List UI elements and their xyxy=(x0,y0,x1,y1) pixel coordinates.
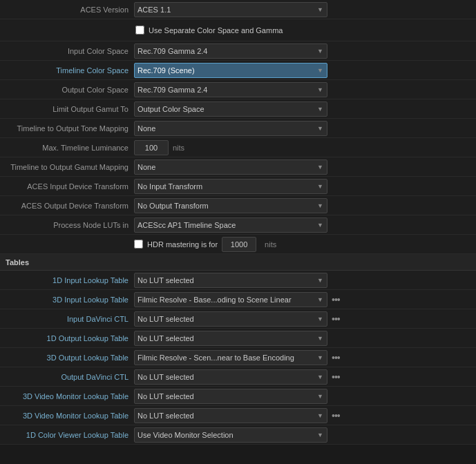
lut-row-7: 3D Video Monitor Lookup TableNo LUT sele… xyxy=(0,406,476,425)
settings-dropdown-3[interactable]: Output Color Space xyxy=(134,102,327,117)
hdr-value-input[interactable] xyxy=(222,237,256,252)
settings-dropdown-1[interactable]: Rec.709 (Scene) xyxy=(134,63,327,78)
settings-dropdown-wrapper-1: Rec.709 (Scene)▼ xyxy=(134,63,327,78)
lut-control-5: No LUT selected▼••• xyxy=(134,369,473,385)
lut-row-5: Output DaVinci CTLNo LUT selected▼••• xyxy=(0,367,476,387)
lut-dropdown-wrapper-6: No LUT selected▼ xyxy=(134,389,327,404)
settings-dropdown-4[interactable]: None xyxy=(134,121,327,136)
settings-dropdown-wrapper-0: Rec.709 Gamma 2.4▼ xyxy=(134,44,327,59)
settings-input-5[interactable] xyxy=(134,140,169,155)
lut-more-options-5[interactable]: ••• xyxy=(332,371,340,383)
settings-dropdown-7[interactable]: No Input Transform xyxy=(134,179,327,194)
lut-control-3: No LUT selected▼ xyxy=(134,331,473,346)
settings-control-7: No Input Transform▼ xyxy=(134,179,473,194)
settings-label-8: ACES Output Device Transform xyxy=(3,202,134,210)
lut-control-7: No LUT selected▼••• xyxy=(134,408,473,423)
hdr-checkbox[interactable] xyxy=(134,240,143,249)
lut-more-options-4[interactable]: ••• xyxy=(332,352,340,363)
settings-label-6: Timeline to Output Gamut Mapping xyxy=(3,163,134,171)
lut-control-0: No LUT selected▼ xyxy=(134,273,473,288)
settings-dropdown-wrapper-6: None▼ xyxy=(134,160,327,175)
lut-row-8: 1D Color Viewer Lookup TableUse Video Mo… xyxy=(0,425,476,445)
lut-control-1: Filmic Resolve - Base...oding to Scene L… xyxy=(134,292,473,307)
lut-control-2: No LUT selected▼••• xyxy=(134,311,473,327)
settings-label-2: Output Color Space xyxy=(3,86,134,94)
separate-color-space-row: Use Separate Color Space and Gamma xyxy=(0,19,476,41)
lut-control-6: No LUT selected▼ xyxy=(134,389,473,404)
settings-unit-5: nits xyxy=(173,144,184,152)
lut-more-options-1[interactable]: ••• xyxy=(332,294,340,305)
lut-control-4: Filmic Resolve - Scen...near to Base Enc… xyxy=(134,350,473,365)
hdr-control: HDR mastering is for nits xyxy=(134,237,473,252)
aces-version-label: ACES Version xyxy=(3,6,134,14)
settings-row-2: Output Color SpaceRec.709 Gamma 2.4▼ xyxy=(0,80,476,99)
settings-dropdown-wrapper-8: No Output Transform▼ xyxy=(134,198,327,213)
lut-more-options-2[interactable]: ••• xyxy=(332,313,340,325)
lut-row-3: 1D Output Lookup TableNo LUT selected▼ xyxy=(0,329,476,348)
lut-dropdown-1[interactable]: Filmic Resolve - Base...oding to Scene L… xyxy=(134,292,327,307)
settings-row-7: ACES Input Device TransformNo Input Tran… xyxy=(0,177,476,196)
lut-section-header: Tables xyxy=(0,254,476,271)
settings-dropdown-6[interactable]: None xyxy=(134,160,327,175)
hdr-unit: nits xyxy=(265,240,276,249)
lut-dropdown-wrapper-1: Filmic Resolve - Base...oding to Scene L… xyxy=(134,292,327,307)
hdr-label: HDR mastering is for xyxy=(147,240,218,249)
lut-dropdown-wrapper-2: No LUT selected▼ xyxy=(134,311,327,327)
settings-label-9: Process Node LUTs in xyxy=(3,221,134,229)
lut-dropdown-0[interactable]: No LUT selected xyxy=(134,273,327,288)
lut-label-5: Output DaVinci CTL xyxy=(3,373,134,381)
lut-label-6: 3D Video Monitor Lookup Table xyxy=(3,392,134,400)
lut-section-label: Tables xyxy=(6,258,29,267)
lut-more-options-7[interactable]: ••• xyxy=(332,410,340,421)
settings-dropdown-8[interactable]: No Output Transform xyxy=(134,198,327,213)
settings-dropdown-wrapper-9: ACEScc AP1 Timeline Space▼ xyxy=(134,218,327,233)
settings-row-5: Max. Timeline Luminancenits xyxy=(0,138,476,157)
lut-dropdown-7[interactable]: No LUT selected xyxy=(134,408,327,423)
lut-label-0: 1D Input Lookup Table xyxy=(3,276,134,284)
settings-row-6: Timeline to Output Gamut MappingNone▼ xyxy=(0,157,476,177)
lut-dropdown-5[interactable]: No LUT selected xyxy=(134,369,327,385)
settings-label-3: Limit Output Gamut To xyxy=(3,105,134,113)
settings-label-7: ACES Input Device Transform xyxy=(3,182,134,191)
lut-row-2: Input DaVinci CTLNo LUT selected▼••• xyxy=(0,309,476,329)
settings-label-0: Input Color Space xyxy=(3,47,134,55)
settings-row-8: ACES Output Device TransformNo Output Tr… xyxy=(0,196,476,215)
settings-dropdown-wrapper-2: Rec.709 Gamma 2.4▼ xyxy=(134,82,327,97)
settings-control-9: ACEScc AP1 Timeline Space▼ xyxy=(134,218,473,233)
lut-dropdown-wrapper-0: No LUT selected▼ xyxy=(134,273,327,288)
lut-label-8: 1D Color Viewer Lookup Table xyxy=(3,431,134,439)
aces-version-dropdown[interactable]: ACES 1.1 xyxy=(134,2,327,17)
aces-version-dropdown-wrapper: ACES 1.1 ▼ xyxy=(134,2,327,17)
lut-dropdown-4[interactable]: Filmic Resolve - Scen...near to Base Enc… xyxy=(134,350,327,365)
settings-dropdown-wrapper-4: None▼ xyxy=(134,121,327,136)
settings-control-3: Output Color Space▼ xyxy=(134,102,473,117)
settings-row-1: Timeline Color SpaceRec.709 (Scene)▼ xyxy=(0,61,476,80)
separate-color-space-checkbox[interactable] xyxy=(135,26,144,35)
lut-dropdown-6[interactable]: No LUT selected xyxy=(134,389,327,404)
lut-label-7: 3D Video Monitor Lookup Table xyxy=(3,412,134,420)
aces-version-control: ACES 1.1 ▼ xyxy=(134,2,473,17)
aces-version-row: ACES Version ACES 1.1 ▼ xyxy=(0,0,476,19)
lut-dropdown-2[interactable]: No LUT selected xyxy=(134,311,327,327)
settings-dropdown-wrapper-3: Output Color Space▼ xyxy=(134,102,327,117)
settings-label-1: Timeline Color Space xyxy=(3,66,134,75)
hdr-row: HDR mastering is for nits xyxy=(0,235,476,254)
settings-control-1: Rec.709 (Scene)▼ xyxy=(134,63,473,78)
settings-dropdown-0[interactable]: Rec.709 Gamma 2.4 xyxy=(134,44,327,59)
lut-dropdown-wrapper-7: No LUT selected▼ xyxy=(134,408,327,423)
settings-row-3: Limit Output Gamut ToOutput Color Space▼ xyxy=(0,99,476,119)
settings-dropdown-wrapper-7: No Input Transform▼ xyxy=(134,179,327,194)
lut-dropdown-3[interactable]: No LUT selected xyxy=(134,331,327,346)
separate-color-space-label: Use Separate Color Space and Gamma xyxy=(149,26,283,35)
lut-dropdown-wrapper-4: Filmic Resolve - Scen...near to Base Enc… xyxy=(134,350,327,365)
lut-label-3: 1D Output Lookup Table xyxy=(3,334,134,342)
settings-dropdown-2[interactable]: Rec.709 Gamma 2.4 xyxy=(134,82,327,97)
settings-dropdown-9[interactable]: ACEScc AP1 Timeline Space xyxy=(134,218,327,233)
lut-control-8: Use Video Monitor Selection▼ xyxy=(134,427,473,443)
settings-row-9: Process Node LUTs inACEScc AP1 Timeline … xyxy=(0,215,476,235)
settings-row-0: Input Color SpaceRec.709 Gamma 2.4▼ xyxy=(0,41,476,61)
settings-control-4: None▼ xyxy=(134,121,473,136)
lut-dropdown-8[interactable]: Use Video Monitor Selection xyxy=(134,427,327,443)
lut-label-1: 3D Input Lookup Table xyxy=(3,296,134,304)
settings-label-4: Timeline to Output Tone Mapping xyxy=(3,124,134,133)
